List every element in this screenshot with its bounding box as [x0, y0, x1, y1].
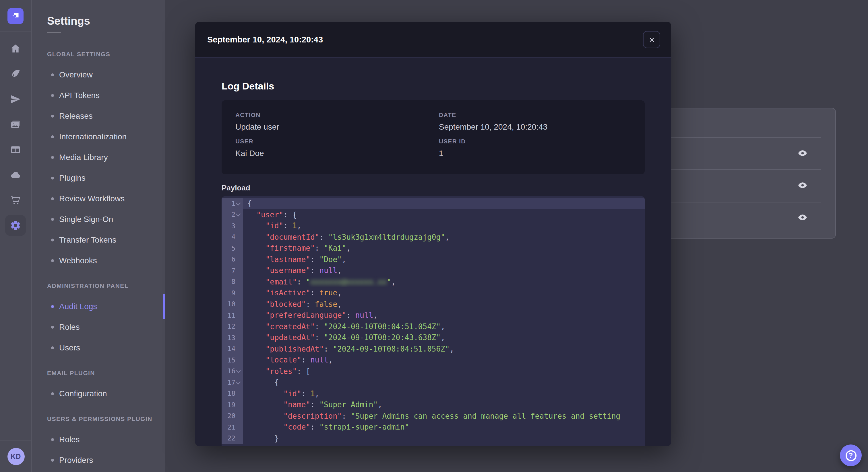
rail-item-settings[interactable]: [0, 213, 31, 238]
sidebar-item-configuration[interactable]: Configuration: [32, 383, 165, 404]
rail-item-media[interactable]: [0, 112, 31, 137]
line-gutter: 15: [222, 355, 243, 366]
sidebar-item-releases[interactable]: Releases: [32, 105, 165, 126]
line-number: 12: [227, 323, 236, 331]
line-number: 14: [227, 345, 236, 353]
question-mark-icon: ?: [845, 450, 856, 461]
sidebar-item-label: Webhooks: [59, 256, 97, 265]
fold-spacer: [236, 436, 241, 441]
fold-chevron-icon[interactable]: [236, 201, 241, 206]
token-s: "Super Admins can access and manage all …: [351, 411, 620, 420]
fold-spacer: [236, 257, 241, 262]
sidebar-item-audit-logs[interactable]: Audit Logs: [32, 296, 165, 316]
sidebar-item-roles[interactable]: Roles: [32, 429, 165, 450]
token-p: :: [310, 423, 319, 431]
bullet-icon: [51, 217, 54, 221]
sidebar-item-media-library[interactable]: Media Library: [32, 147, 165, 167]
fold-chevron-icon[interactable]: [236, 369, 241, 374]
payload-code-viewer[interactable]: 1{2 "user": {3 "id": 1,4 "documentId": "…: [222, 196, 645, 446]
line-gutter: 17: [222, 377, 243, 388]
line-text: "blocked": false,: [243, 299, 645, 310]
fold-spacer: [236, 357, 241, 363]
sidebar-item-overview[interactable]: Overview: [32, 64, 165, 85]
sidebar-item-internationalization[interactable]: Internationalization: [32, 126, 165, 147]
token-p: [247, 210, 256, 219]
token-p: [247, 222, 266, 230]
line-text: "firstname": "Kai",: [243, 243, 645, 254]
sidebar-item-api-tokens[interactable]: API Tokens: [32, 85, 165, 105]
view-log-button[interactable]: [797, 212, 808, 223]
fold-chevron-icon[interactable]: [236, 212, 241, 217]
nav-rail: KD: [0, 0, 32, 472]
line-number: 19: [227, 401, 236, 409]
rail-item-deploy[interactable]: [0, 87, 31, 112]
bullet-icon: [51, 346, 54, 349]
token-p: [247, 344, 266, 353]
fold-spacer: [236, 268, 241, 274]
avatar[interactable]: KD: [7, 448, 24, 465]
code-line: 18 "id": 1,: [222, 388, 645, 399]
sidebar-item-webhooks[interactable]: Webhooks: [32, 250, 165, 271]
fold-spacer: [236, 312, 241, 318]
code-line: 13 "updatedAt": "2024-09-10T08:20:43.638…: [222, 332, 645, 343]
line-text: "locale": null,: [243, 355, 645, 366]
sidebar-item-transfer-tokens[interactable]: Transfer Tokens: [32, 229, 165, 250]
sidebar-item-label: Single Sign-On: [59, 214, 113, 224]
line-number: 6: [231, 256, 236, 264]
line-gutter: 3: [222, 220, 243, 231]
sidebar-item-roles[interactable]: Roles: [32, 316, 165, 337]
detail-field-user-id: USER ID1: [439, 137, 631, 164]
rail-item-home[interactable]: [0, 36, 31, 61]
token-p: {: [247, 378, 279, 386]
token-p: [247, 277, 266, 286]
close-button[interactable]: [643, 31, 660, 48]
line-text: "isActive": true,: [243, 287, 645, 299]
sidebar-item-plugins[interactable]: Plugins: [32, 167, 165, 188]
fold-spacer: [236, 346, 241, 352]
token-p: [247, 311, 266, 319]
sidebar-item-providers[interactable]: Providers: [32, 450, 165, 470]
code-line: 12 "createdAt": "2024-09-10T08:04:51.054…: [222, 321, 645, 332]
rail-item-cloud[interactable]: [0, 162, 31, 188]
line-gutter: 14: [222, 343, 243, 355]
line-number: 8: [231, 278, 236, 286]
line-number: 9: [231, 289, 236, 297]
code-line: 10 "blocked": false,: [222, 299, 645, 310]
strapi-logo[interactable]: [7, 8, 24, 24]
rail-footer: KD: [0, 440, 32, 472]
detail-label: USER: [236, 137, 427, 144]
eye-icon: [797, 148, 808, 158]
rail-item-marketplace[interactable]: [0, 188, 31, 213]
token-p: [247, 322, 266, 331]
nav-section: USERS & PERMISSIONS PLUGINRolesProviders: [32, 414, 165, 470]
sidebar-item-users[interactable]: Users: [32, 337, 165, 358]
code-line: 3 "id": 1,: [222, 220, 645, 231]
nav-section-label: EMAIL PLUGIN: [32, 368, 165, 377]
detail-field-action: ACTIONUpdate user: [236, 111, 427, 137]
settings-nav-sections: GLOBAL SETTINGSOverviewAPI TokensRelease…: [32, 49, 165, 470]
nav-section-items: Audit LogsRolesUsers: [32, 296, 165, 358]
nav-section-items: Configuration: [32, 383, 165, 404]
view-log-button[interactable]: [797, 180, 808, 191]
line-gutter: 7: [222, 265, 243, 276]
sidebar-item-label: Audit Logs: [59, 302, 97, 311]
token-u: null: [355, 311, 373, 319]
token-p: ,: [346, 244, 351, 252]
eye-icon: [797, 180, 808, 191]
code-line: 2 "user": {: [222, 209, 645, 220]
sidebar-item-label: Roles: [59, 322, 80, 332]
help-button[interactable]: ?: [840, 444, 862, 466]
line-gutter: 12: [222, 321, 243, 332]
view-log-button[interactable]: [797, 148, 808, 158]
rail-item-content[interactable]: [0, 61, 31, 87]
rail-active-indicator: [5, 215, 26, 236]
rail-item-content-type[interactable]: [0, 137, 31, 162]
sidebar-item-review-workflows[interactable]: Review Workflows: [32, 188, 165, 209]
fold-chevron-icon[interactable]: [236, 380, 241, 385]
sidebar-item-single-sign-on[interactable]: Single Sign-On: [32, 209, 165, 229]
line-gutter: 1: [222, 198, 243, 209]
modal-title: September 10, 2024, 10:20:43: [207, 35, 643, 44]
token-s: "2024-09-10T08:20:43.638Z": [324, 333, 441, 342]
line-text: "code": "strapi-super-admin": [243, 422, 645, 433]
sidebar-item-label: Releases: [59, 111, 93, 121]
